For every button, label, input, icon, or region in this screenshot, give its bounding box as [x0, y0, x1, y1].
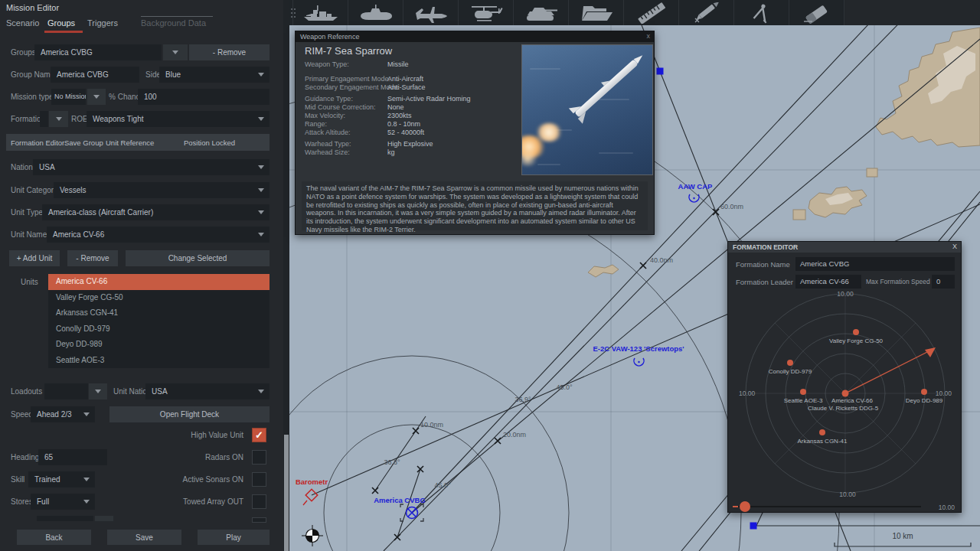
- towed-array-checkbox[interactable]: [252, 494, 266, 509]
- formation-value-box[interactable]: [40, 111, 48, 127]
- skill-select[interactable]: Trained: [28, 471, 95, 487]
- side-select[interactable]: Blue: [159, 67, 270, 83]
- groups-dropdown-button[interactable]: [163, 44, 188, 60]
- loadouts-select[interactable]: [44, 383, 88, 399]
- speed-select[interactable]: Ahead 2/3: [31, 406, 95, 422]
- chance-input[interactable]: 100: [138, 89, 270, 105]
- radar-unit-america[interactable]: [842, 390, 849, 397]
- mission-editor-screen: 10.0nm 20.0nm 40.0nm 60.0nm 36.3° 45.0° …: [0, 0, 980, 551]
- heading-label: Heading: [11, 453, 39, 461]
- groups-select[interactable]: America CVBG: [34, 44, 162, 60]
- chevron-down-icon: [83, 478, 90, 481]
- remove-unit-button[interactable]: - Remove: [67, 250, 118, 266]
- panel-scrollbar-track[interactable]: [283, 0, 289, 551]
- active-sonars-label: Active Sonars ON: [138, 475, 243, 484]
- radar-unit-arkansas[interactable]: [819, 429, 825, 435]
- formation-dropdown-button[interactable]: [49, 111, 68, 127]
- open-flight-deck-button[interactable]: Open Flight Deck: [109, 406, 270, 422]
- add-helicopter-button[interactable]: [458, 0, 513, 25]
- group-name-label: Group Name: [11, 70, 54, 79]
- radar-range-left: 10.00: [739, 390, 756, 397]
- remove-group-button[interactable]: - Remove: [189, 44, 270, 60]
- unit-type-value: America-class (Aircraft Carrier): [48, 208, 153, 217]
- field-value: None: [387, 103, 404, 111]
- speed-label: Speed: [11, 410, 33, 419]
- tab-background-data[interactable]: Background Data: [141, 18, 206, 28]
- field-label: Max Velocity:: [305, 112, 345, 119]
- ruler-button[interactable]: [623, 0, 678, 25]
- roe-label: ROE: [71, 115, 88, 123]
- play-button[interactable]: Play: [198, 530, 270, 545]
- radar-zoom-slider-knob[interactable]: [740, 501, 750, 512]
- radar-unit-label: Arkansas CGN-41: [798, 438, 848, 445]
- save-button[interactable]: Save: [107, 530, 181, 545]
- eraser-button[interactable]: [789, 0, 844, 25]
- add-submarine-button[interactable]: [348, 0, 403, 25]
- weapon-reference-titlebar[interactable]: Weapon Reference x: [296, 31, 654, 42]
- add-tank-button[interactable]: [513, 0, 568, 25]
- stores-select[interactable]: Full: [31, 494, 95, 510]
- missile-art: [574, 59, 638, 117]
- group-name-input[interactable]: America CVBG: [51, 67, 139, 83]
- panel-scrollbar-thumb[interactable]: [284, 435, 289, 551]
- unit-nation-select[interactable]: USA: [145, 383, 270, 399]
- radar-unit-label: Conolly DD-979: [769, 368, 812, 375]
- units-label: Units: [21, 278, 38, 286]
- unit-type-select[interactable]: America-class (Aircraft Carrier): [42, 204, 270, 220]
- radar-unit-label: Claude V. Ricketts DDG-5: [808, 405, 879, 412]
- tab-groups[interactable]: Groups: [47, 18, 75, 28]
- radar-unit-label: Seattle AOE-3: [784, 397, 823, 404]
- add-warship-button[interactable]: [292, 0, 348, 25]
- position-locked-toggle[interactable]: Position Locked: [184, 139, 235, 147]
- draw-pencil-button[interactable]: [678, 0, 733, 25]
- radar-unit-conolly[interactable]: [787, 360, 793, 366]
- save-group-button[interactable]: Save Group: [64, 139, 103, 147]
- unit-name-value: America CV-66: [53, 230, 104, 239]
- chevron-down-icon: [93, 95, 100, 99]
- roe-select[interactable]: Weapons Tight: [87, 111, 270, 127]
- angle-label-3: 36.9°: [514, 396, 531, 403]
- back-button[interactable]: Back: [17, 530, 91, 545]
- radar-unit-valley-forge[interactable]: [853, 329, 859, 335]
- list-item-unit[interactable]: Deyo DD-989: [48, 337, 270, 353]
- close-icon[interactable]: x: [647, 32, 651, 40]
- range-label-60nm: 60.0nm: [720, 203, 743, 210]
- formation-editor-button[interactable]: Formation Editor: [11, 139, 64, 147]
- radar-unit-seattle[interactable]: [800, 389, 806, 395]
- high-value-unit-checkbox[interactable]: [252, 428, 266, 442]
- change-selected-button[interactable]: Change Selected: [126, 250, 270, 266]
- mission-type-dropdown-button[interactable]: [87, 89, 106, 105]
- heading-input[interactable]: 65: [38, 449, 107, 465]
- range-label-40nm: 40.0nm: [650, 256, 673, 264]
- active-sonars-checkbox[interactable]: [252, 472, 266, 487]
- loadouts-dropdown-button[interactable]: [89, 383, 107, 399]
- radar-unit-deyo[interactable]: [921, 389, 927, 395]
- clipped-input: [37, 516, 93, 521]
- field-label: Weapon Type:: [305, 60, 349, 68]
- tab-triggers[interactable]: Triggers: [87, 18, 118, 28]
- radars-on-checkbox[interactable]: [252, 450, 266, 465]
- field-value: 2300kts: [387, 112, 412, 119]
- unit-name-select[interactable]: America CV-66: [47, 227, 270, 243]
- field-value: High Explosive: [387, 140, 433, 148]
- list-item-unit[interactable]: Arkansas CGN-41: [48, 305, 270, 321]
- open-folder-button[interactable]: [568, 0, 623, 25]
- list-item-unit[interactable]: Valley Forge CG-50: [48, 290, 270, 306]
- compass-button[interactable]: [733, 0, 789, 25]
- chevron-down-icon: [83, 412, 90, 416]
- blue-waypoint-square[interactable]: [657, 68, 664, 75]
- blue-waypoint-square[interactable]: [750, 523, 757, 530]
- active-tab-underline: [44, 31, 83, 33]
- angle-label-4: 45.0°: [434, 481, 451, 489]
- warship-icon: [302, 2, 339, 24]
- nation-select[interactable]: USA: [33, 159, 270, 175]
- list-item-unit[interactable]: Conolly DD-979: [48, 321, 270, 337]
- add-unit-button[interactable]: + Add Unit: [9, 250, 60, 266]
- unit-reference-button[interactable]: Unit Reference: [106, 139, 154, 147]
- add-aircraft-button[interactable]: [403, 0, 458, 25]
- mission-type-value-box[interactable]: No Mission: [51, 89, 86, 105]
- list-item-unit[interactable]: Seattle AOE-3: [48, 353, 270, 369]
- tab-scenario[interactable]: Scenario: [6, 18, 39, 28]
- list-item-unit[interactable]: America CV-66: [48, 274, 270, 290]
- unit-category-select[interactable]: Vessels: [54, 182, 270, 198]
